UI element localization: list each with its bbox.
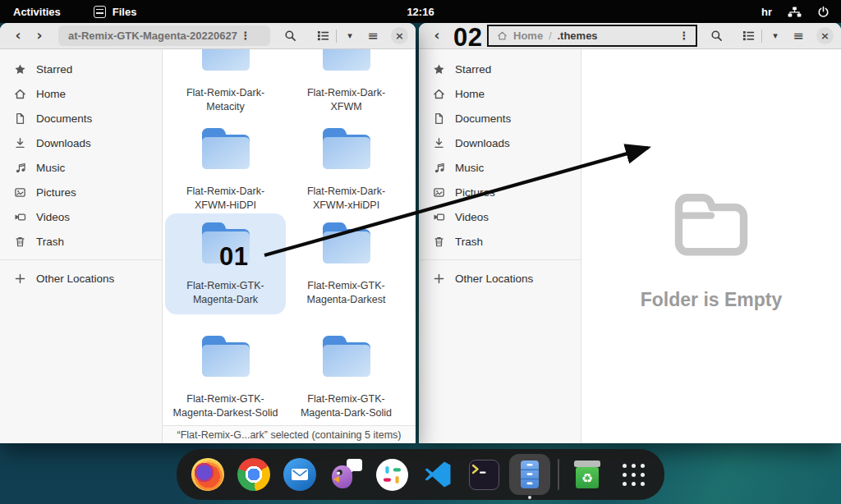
sidebar-item-starred[interactable]: Starred	[419, 57, 581, 81]
dock-trash-icon[interactable]: ♻	[567, 454, 608, 495]
music-icon	[433, 162, 445, 174]
home-icon	[433, 88, 445, 100]
video-icon	[14, 211, 26, 223]
video-icon	[433, 211, 445, 223]
dock-vscode-icon[interactable]	[417, 454, 458, 495]
dock-separator	[558, 459, 559, 490]
dock: ♻	[177, 449, 664, 500]
sidebar-item-documents[interactable]: Documents	[419, 106, 581, 131]
star-icon	[14, 63, 26, 76]
plus-icon	[433, 273, 445, 285]
list-view-icon	[742, 30, 755, 42]
empty-folder-view: Folder is Empty	[581, 49, 841, 443]
vscode-icon	[421, 458, 454, 491]
folder-item[interactable]: Flat-Remix-GTK-Magenta-Dark-Solid	[286, 327, 407, 419]
selection-status-text: “Flat-Remix-G...ark” selected (containin…	[177, 429, 402, 441]
folder-item[interactable]: Flat-Remix-Dark-XFWM-xHiDPI	[286, 119, 407, 212]
sidebar-item-documents[interactable]: Documents	[0, 106, 162, 131]
sidebar-item-downloads[interactable]: Downloads	[0, 131, 162, 155]
search-button[interactable]	[705, 26, 728, 46]
dock-pidgin-icon[interactable]	[325, 454, 366, 495]
breadcrumb-current[interactable]: .themes	[557, 30, 597, 42]
search-icon	[710, 30, 723, 42]
files-window-source: ‹ › at-Remix-GTK-Magenta-20220627 ⋮ ▾ ≡ …	[0, 23, 416, 443]
sidebar-item-music[interactable]: Music	[419, 155, 581, 180]
sidebar-item-other-locations[interactable]: Other Locations	[0, 266, 162, 291]
sidebar-item-starred[interactable]: Starred	[0, 57, 162, 81]
sidebar-item-trash[interactable]: Trash	[0, 229, 162, 254]
system-status-area[interactable]: hr	[761, 6, 841, 18]
folder-grid: Flat-Remix-Dark-Metacity Flat-Remix-Dark…	[163, 49, 416, 425]
sidebar-item-videos[interactable]: Videos	[0, 204, 162, 229]
breadcrumb-separator: /	[549, 30, 551, 42]
sidebar-item-pictures[interactable]: Pictures	[419, 180, 581, 204]
dock-terminal-icon[interactable]	[463, 454, 504, 495]
network-icon	[788, 7, 802, 17]
dock-app-grid-icon[interactable]	[613, 454, 654, 495]
top-bar: Activities Files 12:16 hr	[0, 0, 841, 23]
back-button[interactable]: ‹	[426, 26, 448, 46]
back-button[interactable]: ‹	[7, 26, 29, 46]
sidebar-item-home[interactable]: Home	[419, 81, 581, 106]
path-bar[interactable]: Home / .themes ⋮	[487, 25, 697, 47]
folder-item[interactable]: Flat-Remix-Dark-XFWM-HiDPI	[165, 119, 286, 212]
document-icon	[433, 112, 445, 125]
left-sidebar: Starred Home Documents Downloads Music P…	[0, 49, 163, 443]
trash-bin-icon: ♻	[572, 460, 602, 489]
view-toggle-button[interactable]	[311, 26, 334, 46]
folder-icon	[320, 49, 373, 73]
view-options-dropdown[interactable]: ▾	[338, 26, 361, 46]
left-headerbar: ‹ › at-Remix-GTK-Magenta-20220627 ⋮ ▾ ≡ …	[0, 23, 416, 49]
pidgin-icon	[329, 458, 362, 491]
right-headerbar: ‹ Home / .themes ⋮ ▾ ≡ ×	[419, 23, 841, 49]
search-button[interactable]	[278, 26, 301, 46]
path-menu-icon[interactable]: ⋮	[237, 30, 254, 42]
folder-item[interactable]: Flat-Remix-Dark-Metacity	[165, 49, 286, 113]
dock-firefox-icon[interactable]	[187, 454, 228, 495]
sidebar-item-trash[interactable]: Trash	[419, 229, 581, 254]
path-button[interactable]: at-Remix-GTK-Magenta-20220627 ⋮	[58, 25, 270, 46]
download-icon	[433, 137, 445, 149]
sidebar-item-other-locations[interactable]: Other Locations	[419, 266, 581, 291]
folder-item[interactable]: Flat-Remix-GTK-Magenta-Darkest-Solid	[165, 327, 286, 419]
sidebar-divider	[0, 259, 162, 260]
sidebar-item-downloads[interactable]: Downloads	[419, 131, 581, 155]
sidebar-item-pictures[interactable]: Pictures	[0, 180, 162, 204]
folder-item-selected[interactable]: Flat-Remix-GTK-Magenta-Dark	[165, 213, 286, 314]
clock[interactable]: 12:16	[407, 6, 434, 18]
picture-icon	[14, 186, 26, 199]
slack-icon	[376, 459, 408, 491]
sidebar-item-music[interactable]: Music	[0, 155, 162, 180]
close-button[interactable]: ×	[391, 27, 408, 44]
dock-thunderbird-icon[interactable]	[279, 454, 320, 495]
folder-item[interactable]: Flat-Remix-GTK-Magenta-Darkest	[286, 213, 407, 306]
folder-icon	[320, 332, 373, 379]
keyboard-layout-indicator[interactable]: hr	[761, 6, 772, 18]
focused-app-indicator[interactable]: Files	[94, 6, 137, 18]
sidebar-item-home[interactable]: Home	[0, 81, 162, 106]
terminal-icon	[469, 460, 499, 490]
close-button[interactable]: ×	[816, 27, 834, 44]
activities-button[interactable]: Activities	[0, 0, 74, 23]
empty-folder-text: Folder is Empty	[641, 289, 783, 311]
dock-slack-icon[interactable]	[371, 454, 412, 495]
home-icon	[14, 88, 26, 100]
plus-icon	[14, 273, 26, 285]
dock-chrome-icon[interactable]	[233, 454, 274, 495]
sidebar-item-videos[interactable]: Videos	[419, 204, 581, 229]
forward-button[interactable]: ›	[29, 26, 50, 46]
path-menu-icon[interactable]: ⋮	[676, 30, 692, 42]
view-toggle-button[interactable]	[737, 26, 760, 46]
search-icon	[284, 30, 296, 42]
dock-files-icon[interactable]	[509, 454, 550, 495]
firefox-icon	[191, 458, 224, 491]
hamburger-menu-button[interactable]: ≡	[787, 26, 810, 46]
folder-icon	[200, 218, 252, 266]
folder-icon	[200, 49, 252, 73]
hamburger-menu-button[interactable]: ≡	[361, 26, 384, 46]
breadcrumb-home[interactable]: Home	[513, 30, 543, 42]
recycle-icon: ♻	[581, 470, 593, 486]
folder-item[interactable]: Flat-Remix-Dark-XFWM	[286, 49, 407, 113]
path-button-label: at-Remix-GTK-Magenta-20220627	[68, 30, 237, 42]
view-options-dropdown[interactable]: ▾	[764, 26, 787, 46]
